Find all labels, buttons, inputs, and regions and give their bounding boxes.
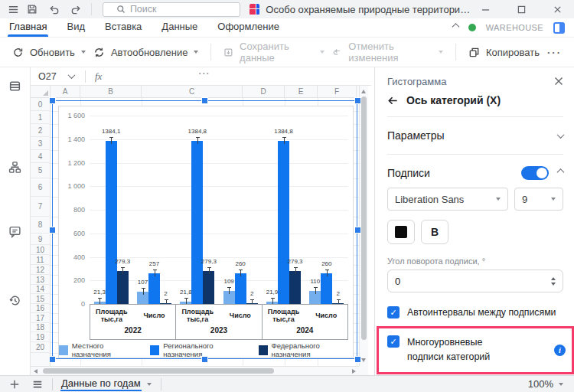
- collapse-toolbar-icon[interactable]: [452, 23, 459, 31]
- selection-handle[interactable]: [355, 357, 360, 362]
- row-header[interactable]: 18: [31, 323, 50, 332]
- close-button[interactable]: [553, 5, 562, 14]
- angle-input[interactable]: 0: [387, 270, 563, 292]
- dropdown-caret[interactable]: [81, 51, 86, 54]
- scroll-left-arrow[interactable]: [34, 369, 38, 374]
- scroll-down-arrow[interactable]: [361, 358, 366, 362]
- undo-icon[interactable]: [48, 4, 60, 15]
- row-header[interactable]: 9: [31, 234, 50, 245]
- row-header[interactable]: 14: [31, 285, 50, 294]
- selection-handle[interactable]: [50, 227, 55, 233]
- discard-changes-button[interactable]: Отменить изменения: [332, 41, 443, 64]
- save-icon[interactable]: [27, 4, 38, 15]
- close-panel-icon[interactable]: [554, 77, 563, 86]
- refresh-button[interactable]: Обновить: [12, 47, 86, 58]
- bar[interactable]: [106, 141, 117, 304]
- dropdown-caret[interactable]: [439, 51, 443, 54]
- bar[interactable]: [278, 141, 289, 304]
- horizontal-scroll-thumb[interactable]: [43, 368, 274, 374]
- font-size-select[interactable]: 9: [514, 188, 563, 211]
- row-header[interactable]: 13: [31, 275, 50, 285]
- maximize-button[interactable]: [517, 5, 526, 14]
- toolbar-more-button[interactable]: ···: [547, 47, 562, 58]
- selection-handle[interactable]: [355, 227, 360, 233]
- row-header[interactable]: 4: [31, 150, 50, 163]
- stepper-arrows[interactable]: [551, 277, 556, 286]
- row-header[interactable]: 2: [31, 124, 50, 137]
- history-icon[interactable]: [8, 294, 21, 307]
- tab-glavnaya[interactable]: Главная: [8, 18, 48, 37]
- copy-button[interactable]: Копировать: [468, 47, 540, 58]
- bold-button[interactable]: B: [421, 220, 448, 244]
- column-header[interactable]: A: [51, 86, 80, 98]
- selection-handle[interactable]: [355, 98, 360, 103]
- labels-section-header[interactable]: Подписи: [387, 162, 563, 185]
- splitter-handle[interactable]: ···: [193, 68, 216, 79]
- column-header[interactable]: F: [318, 86, 357, 98]
- sheet-list-icon[interactable]: [32, 379, 43, 390]
- select-all-corner[interactable]: [31, 86, 51, 98]
- row-header[interactable]: 15: [31, 294, 50, 304]
- row-header[interactable]: 0: [31, 98, 50, 111]
- row-header[interactable]: 1: [31, 111, 50, 124]
- zoom-control[interactable]: 100%: [528, 378, 563, 390]
- row-header[interactable]: 20: [31, 342, 50, 353]
- sheet-tab[interactable]: Данные по годам: [60, 377, 152, 391]
- selection-handle[interactable]: [50, 98, 55, 103]
- save-data-button[interactable]: Сохранить данные: [223, 41, 325, 64]
- hierarchy-icon[interactable]: [8, 161, 21, 174]
- legend-item[interactable]: Федерального назначения: [259, 341, 353, 358]
- bar[interactable]: [235, 273, 246, 304]
- dropdown-caret[interactable]: [194, 51, 198, 54]
- font-color-button[interactable]: [387, 220, 415, 244]
- cell-reference-caret-icon[interactable]: [68, 71, 76, 79]
- scroll-right-arrow[interactable]: [352, 369, 356, 374]
- cell-reference-box[interactable]: O27: [31, 71, 69, 82]
- menu-icon[interactable]: [8, 4, 19, 15]
- legend-item[interactable]: Регионального назначения: [150, 341, 246, 358]
- bar[interactable]: [117, 271, 129, 304]
- checkbox-checked[interactable]: ✓: [387, 335, 400, 348]
- row-header[interactable]: 19: [31, 332, 50, 342]
- labels-toggle[interactable]: [521, 166, 549, 180]
- selection-handle[interactable]: [202, 98, 207, 103]
- chart[interactable]: 1 6001 4001 2001 000800600400200021,3138…: [58, 106, 354, 358]
- data-tables-icon[interactable]: [8, 80, 21, 93]
- row-header[interactable]: 7: [31, 197, 50, 217]
- checkbox-checked[interactable]: ✓: [387, 306, 400, 318]
- bar[interactable]: [191, 141, 203, 304]
- selection-handle[interactable]: [50, 357, 55, 362]
- tab-oformlenie[interactable]: Оформление: [216, 18, 281, 37]
- row-header[interactable]: 5: [31, 163, 50, 178]
- back-arrow-icon[interactable]: [387, 95, 399, 106]
- tab-vstavka[interactable]: Вставка: [103, 18, 143, 37]
- parameters-section-header[interactable]: Параметры: [387, 124, 563, 147]
- auto-intervals-row[interactable]: ✓ Автоинтервалы между подписями: [387, 306, 563, 318]
- bar[interactable]: [148, 273, 160, 304]
- scroll-up-arrow[interactable]: [361, 90, 366, 93]
- selection-handle[interactable]: [202, 357, 207, 362]
- font-family-select[interactable]: Liberation Sans: [387, 188, 508, 211]
- legend-item[interactable]: Местного назначения: [59, 341, 138, 358]
- row-header[interactable]: 3: [31, 137, 50, 150]
- row-header[interactable]: 11: [31, 255, 50, 265]
- zoom-caret-icon[interactable]: [559, 383, 563, 386]
- dropdown-caret[interactable]: [320, 51, 325, 54]
- sheet-caret-icon[interactable]: [147, 383, 152, 386]
- tab-vid[interactable]: Вид: [65, 18, 86, 37]
- info-icon[interactable]: i: [554, 345, 566, 356]
- row-header[interactable]: 6: [31, 178, 50, 197]
- comments-icon[interactable]: [8, 225, 21, 238]
- bar[interactable]: [321, 273, 332, 304]
- column-header[interactable]: C: [142, 86, 243, 98]
- minimize-button[interactable]: [481, 5, 490, 14]
- bar[interactable]: [289, 271, 301, 304]
- panel-toggle-icon[interactable]: [553, 22, 565, 34]
- column-header[interactable]: B: [80, 86, 142, 98]
- search-input[interactable]: Поиск: [103, 2, 240, 17]
- vertical-scroll-thumb[interactable]: [361, 96, 367, 340]
- row-header[interactable]: 12: [31, 265, 50, 275]
- tab-dannye[interactable]: Данные: [160, 18, 199, 37]
- redo-icon[interactable]: [70, 4, 82, 15]
- add-sheet-icon[interactable]: [9, 379, 20, 390]
